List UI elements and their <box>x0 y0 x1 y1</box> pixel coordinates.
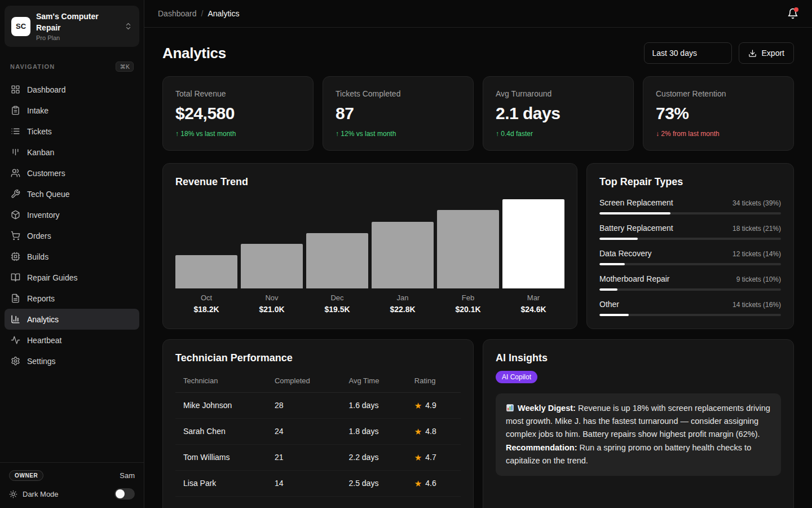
activity-icon <box>11 335 20 345</box>
progress-track <box>599 314 781 316</box>
sidebar-item-repair-guides[interactable]: Repair Guides <box>5 267 139 288</box>
rating-value: 4.6 <box>425 479 436 488</box>
sidebar-item-dashboard[interactable]: Dashboard <box>5 79 139 100</box>
chart-value-label: $21.0K <box>241 305 303 314</box>
sidebar-item-label: Builds <box>27 252 48 261</box>
sidebar-item-analytics[interactable]: Analytics <box>5 309 139 330</box>
breadcrumb-separator: / <box>201 9 204 18</box>
avg-time: 1.8 days <box>341 419 406 445</box>
recommendation-heading: Recommendation: <box>506 443 577 452</box>
sidebar-item-reports[interactable]: Reports <box>5 288 139 309</box>
stat-card-customer-retention: Customer Retention 73% ↓ 2% from last mo… <box>643 76 794 151</box>
progress-fill <box>599 212 670 214</box>
list-icon <box>11 126 20 136</box>
clipboard-icon <box>11 106 20 115</box>
sidebar-item-orders[interactable]: Orders <box>5 225 139 246</box>
repair-type-row: Motherboard Repair 9 tickets (10%) <box>599 274 781 291</box>
table-row: Sarah Chen 24 1.8 days ★4.8 <box>175 419 461 445</box>
column-header-avg-time: Avg Time <box>341 371 406 393</box>
sidebar-item-label: Tech Queue <box>27 190 70 199</box>
stat-label: Avg Turnaround <box>496 89 621 98</box>
digest-heading: Weekly Digest: <box>518 404 576 413</box>
column-header-rating: Rating <box>407 371 461 393</box>
sidebar-nav: Dashboard Intake Tickets Kanban Customer… <box>0 72 144 371</box>
chart-month-label: Feb <box>437 294 499 302</box>
sidebar-item-customers[interactable]: Customers <box>5 163 139 183</box>
sidebar-item-settings[interactable]: Settings <box>5 351 139 371</box>
workspace-switcher[interactable]: SC Sam's Computer Repair Pro Plan <box>5 6 139 47</box>
breadcrumb-dashboard[interactable]: Dashboard <box>158 9 197 18</box>
bar-chart-emoji <box>506 404 514 412</box>
sidebar-item-label: Dashboard <box>27 85 66 94</box>
sidebar-item-inventory[interactable]: Inventory <box>5 204 139 225</box>
revenue-bar <box>372 222 434 288</box>
repair-type-count: 34 tickets (39%) <box>732 199 781 207</box>
export-label: Export <box>762 49 784 58</box>
sidebar-item-heartbeat[interactable]: Heartbeat <box>5 330 139 351</box>
sidebar-item-tech-queue[interactable]: Tech Queue <box>5 183 139 204</box>
dark-mode-label: Dark Mode <box>23 490 109 498</box>
workspace-plan: Pro Plan <box>36 34 118 41</box>
progress-fill <box>599 238 638 240</box>
sidebar-item-label: Repair Guides <box>27 273 78 282</box>
users-icon <box>11 168 20 178</box>
sun-icon <box>9 490 17 498</box>
sidebar-item-builds[interactable]: Builds <box>5 246 139 267</box>
table-row: Mike Johnson 28 1.6 days ★4.9 <box>175 393 461 419</box>
chart-month-label: Dec <box>306 294 368 302</box>
main-area: Dashboard / Analytics Analytics Last 30 … <box>144 0 812 508</box>
completed-count: 24 <box>267 419 341 445</box>
technician-table: Technician Completed Avg Time Rating Mik… <box>175 371 461 497</box>
progress-track <box>599 212 781 214</box>
completed-count: 14 <box>267 471 341 497</box>
technician-name: Tom Williams <box>175 445 267 471</box>
repair-type-count: 9 tickets (10%) <box>736 275 781 283</box>
gear-icon <box>11 356 20 366</box>
rating-value: 4.9 <box>425 401 436 410</box>
breadcrumb-current: Analytics <box>208 9 239 18</box>
chart-value-label: $18.2K <box>175 305 237 314</box>
repair-type-count: 18 tickets (21%) <box>732 225 781 233</box>
bar-chart-icon <box>11 314 20 324</box>
avg-time: 2.2 days <box>341 445 406 471</box>
notifications-button[interactable] <box>787 8 798 19</box>
chart-month-label: Mar <box>502 294 564 302</box>
revenue-bar <box>437 210 499 288</box>
repair-type-row: Battery Replacement 18 tickets (21%) <box>599 224 781 240</box>
avg-time: 1.6 days <box>341 393 406 419</box>
page-content: Analytics Last 30 days Export Total Reve… <box>144 28 812 508</box>
chart-column-mar: Mar $24.6K <box>502 199 564 314</box>
export-button[interactable]: Export <box>739 42 794 64</box>
sidebar-item-label: Reports <box>27 294 55 303</box>
table-header-row: Technician Completed Avg Time Rating <box>175 371 461 393</box>
topbar: Dashboard / Analytics <box>144 0 812 28</box>
chevrons-up-down-icon <box>124 22 133 30</box>
dark-mode-toggle[interactable] <box>114 488 135 500</box>
repair-type-row: Other 14 tickets (16%) <box>599 300 781 316</box>
chart-column-oct: Oct $18.2K <box>175 199 237 314</box>
completed-count: 21 <box>267 445 341 471</box>
date-range-select[interactable]: Last 30 days <box>644 42 732 64</box>
stat-card-tickets-completed: Tickets Completed 87 ↑ 12% vs last month <box>323 76 474 151</box>
breadcrumb: Dashboard / Analytics <box>158 9 239 18</box>
sidebar-item-label: Settings <box>27 357 56 366</box>
sidebar-item-tickets[interactable]: Tickets <box>5 121 139 142</box>
revenue-bar-highlighted <box>502 199 564 288</box>
sidebar-item-label: Tickets <box>27 127 52 136</box>
progress-fill <box>599 288 617 291</box>
chart-month-label: Nov <box>241 294 303 302</box>
stat-card-avg-turnaround: Avg Turnaround 2.1 days ↑ 0.4d faster <box>483 76 634 151</box>
user-name: Sam <box>120 471 135 480</box>
sidebar-item-intake[interactable]: Intake <box>5 100 139 121</box>
column-header-technician: Technician <box>175 371 267 393</box>
chart-column-jan: Jan $22.8K <box>372 199 434 314</box>
stat-delta: ↑ 0.4d faster <box>496 130 621 138</box>
kanban-columns-icon <box>11 147 20 157</box>
star-icon: ★ <box>414 427 422 436</box>
chart-month-label: Oct <box>175 294 237 302</box>
sidebar-item-kanban[interactable]: Kanban <box>5 142 139 163</box>
star-icon: ★ <box>414 401 422 410</box>
page-title: Analytics <box>162 45 226 62</box>
book-open-icon <box>11 273 20 282</box>
sidebar-item-label: Analytics <box>27 315 59 324</box>
